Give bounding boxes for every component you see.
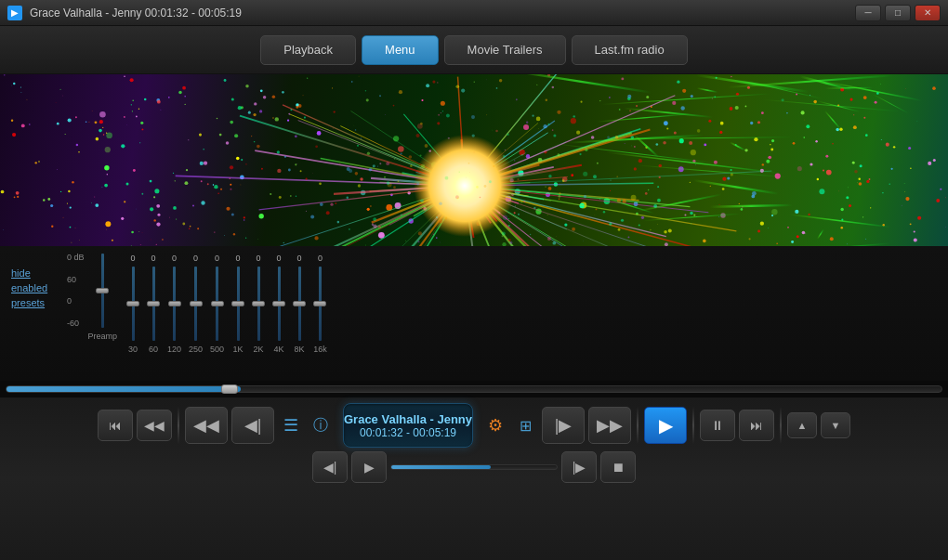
eq-handle-2K[interactable] [252,301,265,306]
eq-slider-120[interactable] [168,267,181,341]
eq-label-2K: 2K [254,345,264,354]
minimize-button[interactable]: ─ [855,5,881,21]
title-text: Grace Valhalla - Jenny 00:01:32 - 00:05:… [30,7,242,20]
eq-band-250: 0 250 [189,254,203,354]
prev-button[interactable]: ◀◀ [137,410,172,441]
eq-band-120: 0 120 [167,254,181,354]
seek-area[interactable] [0,381,948,397]
divider-2 [637,407,639,444]
scale-0db: 0 dB [67,254,85,262]
eq-band-16k: 0 16k [313,254,327,354]
bottom-controls-row: ◀| ▶ |▶ ⏹ [312,451,636,483]
scale-neg60: -60 [67,319,85,328]
eq-handle-500[interactable] [211,301,224,306]
vol-up-button[interactable]: ▲ [787,412,817,438]
visualizer-canvas [0,74,948,246]
eq-slider-500[interactable] [211,267,224,341]
display-title: Grace Valhalla - Jenny [344,412,472,426]
center-display: Grace Valhalla - Jenny 00:01:32 - 00:05:… [343,403,473,448]
eq-label-1K: 1K [233,345,244,354]
eq-value-4K: 0 [277,254,282,263]
preamp-label: Preamp [88,332,118,341]
pause-button[interactable]: ⏸ [700,410,735,441]
transport-area: ⏮ ◀◀ ◀◀ ◀| ☰ ⓘ Grace Valhalla - Jenny 00… [0,397,948,560]
eq-handle-250[interactable] [190,301,203,306]
display-wrapper: ☰ ⓘ Grace Valhalla - Jenny 00:01:32 - 00… [278,403,538,448]
eq-value-250: 0 [193,254,198,263]
eq-value-120: 0 [172,254,177,263]
eq-handle-1K[interactable] [231,301,244,306]
eq-track-30 [132,267,135,341]
eq-slider-4K[interactable] [272,267,285,341]
eq-slider-60[interactable] [147,267,160,341]
vol-down-button[interactable]: ▼ [821,412,850,438]
seek-track[interactable] [6,385,942,393]
preamp-handle[interactable] [96,288,109,293]
eq-slider-1K[interactable] [231,267,244,341]
eq-slider-16k[interactable] [313,267,326,341]
eq-slider-8K[interactable] [293,267,306,341]
eq-track-500 [216,267,218,341]
seek-fill [7,386,241,392]
eq-track-16k [319,267,322,341]
maximize-button[interactable]: □ [885,5,911,21]
eq-presets-link[interactable]: presets [11,297,58,308]
eq-track-8K [298,267,301,341]
bottom-prev-button[interactable]: ◀| [312,451,348,483]
skip-fwd-button[interactable]: ⏭ [739,410,774,441]
eq-enabled-link[interactable]: enabled [11,282,58,293]
next-track-button[interactable]: |▶ [542,407,585,444]
tab-menu[interactable]: Menu [362,35,439,65]
eq-band-60: 0 60 [147,254,160,354]
volume-fill [391,465,491,469]
divider-3 [692,407,694,444]
window-controls: ─ □ ✕ [855,5,941,21]
volume-slider[interactable] [390,464,558,470]
eq-value-16k: 0 [318,254,323,263]
eq-label-16k: 16k [313,345,327,354]
eq-hide-link[interactable]: hide [11,267,58,279]
preamp-scale: 0 dB 60 0 -60 [67,254,85,328]
bottom-stop-button[interactable]: ⏹ [600,451,636,483]
bottom-play-button[interactable]: ▶ [351,451,387,483]
eq-handle-30[interactable] [126,301,139,306]
divider-4 [780,407,782,444]
eq-label-4K: 4K [274,345,284,354]
bottom-next-button[interactable]: |▶ [561,451,597,483]
info-button[interactable]: ⓘ [308,412,334,438]
eq-slider-30[interactable] [126,267,139,341]
playlist-button[interactable]: ☰ [278,412,304,438]
window-button[interactable]: ⊞ [512,412,538,438]
nav-bar: Playback Menu Movie Trailers Last.fm rad… [0,26,948,74]
eq-handle-8K[interactable] [293,301,306,306]
eq-label-250: 250 [189,345,203,354]
preamp-slider[interactable] [96,254,109,328]
play-button[interactable]: ▶ [644,407,687,444]
rewind-button[interactable]: ◀◀ [185,407,228,444]
tab-trailers[interactable]: Movie Trailers [444,35,566,65]
eq-slider-250[interactable] [190,267,203,341]
tab-radio[interactable]: Last.fm radio [572,35,688,65]
eq-handle-60[interactable] [147,301,160,306]
eq-label-60: 60 [149,345,158,354]
eq-track-60 [152,267,155,341]
eq-handle-120[interactable] [168,301,181,306]
fast-forward-button[interactable]: ▶▶ [588,407,631,444]
tab-playback[interactable]: Playback [260,35,356,65]
eq-band-500: 0 500 [210,254,224,354]
eq-band-sliders: 0 30 0 60 0 120 0 [126,254,937,354]
close-button[interactable]: ✕ [915,5,941,21]
skip-back-button[interactable]: ⏮ [98,410,133,441]
eq-handle-16k[interactable] [313,301,326,306]
prev-track-button[interactable]: ◀| [231,407,274,444]
display-time: 00:01:32 - 00:05:19 [360,426,456,439]
title-left: ▶ Grace Valhalla - Jenny 00:01:32 - 00:0… [7,6,242,20]
seek-thumb[interactable] [221,384,238,394]
settings-button[interactable]: ⚙ [482,412,508,438]
display-icons-right: ⚙ ⊞ [482,412,538,438]
eq-track-2K [257,267,260,341]
eq-handle-4K[interactable] [272,301,285,306]
eq-band-8K: 0 8K [293,254,306,354]
divider-1 [178,407,179,444]
eq-slider-2K[interactable] [252,267,265,341]
